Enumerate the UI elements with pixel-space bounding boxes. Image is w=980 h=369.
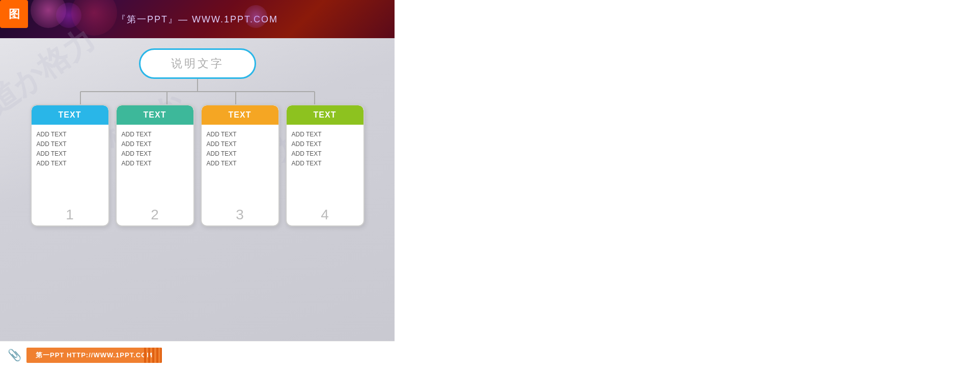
footer-bar: 📎 第一PPT HTTP://WWW.1PPT.COM xyxy=(0,341,395,369)
card-1-header: TEXT xyxy=(32,105,108,125)
card-4-line-3: ADD TEXT xyxy=(292,150,358,157)
tree-lines xyxy=(40,79,355,104)
card-2-line-1: ADD TEXT xyxy=(122,131,188,138)
card-3-body: ADD TEXT ADD TEXT ADD TEXT ADD TEXT xyxy=(202,125,278,203)
content-area: 说明文字 TEXT xyxy=(0,41,395,338)
paperclip-icon: 📎 xyxy=(8,349,21,362)
card-2-number: 2 xyxy=(117,203,193,225)
card-1-line-3: ADD TEXT xyxy=(37,150,103,157)
card-1-line-2: ADD TEXT xyxy=(37,140,103,148)
card-2-line-2: ADD TEXT xyxy=(122,140,188,148)
card-4-number: 4 xyxy=(287,203,363,225)
card-3-number: 3 xyxy=(202,203,278,225)
cards-row: TEXT ADD TEXT ADD TEXT ADD TEXT ADD TEXT… xyxy=(10,104,384,226)
card-2: TEXT ADD TEXT ADD TEXT ADD TEXT ADD TEXT… xyxy=(116,104,194,226)
footer-url-box: 第一PPT HTTP://WWW.1PPT.COM xyxy=(26,348,162,363)
card-4-body: ADD TEXT ADD TEXT ADD TEXT ADD TEXT xyxy=(287,125,363,203)
card-4-line-2: ADD TEXT xyxy=(292,140,358,148)
card-2-line-3: ADD TEXT xyxy=(122,150,188,157)
footer-url-text: 第一PPT HTTP://WWW.1PPT.COM xyxy=(36,351,153,359)
card-2-line-4: ADD TEXT xyxy=(122,160,188,167)
card-1-line-4: ADD TEXT xyxy=(37,160,103,167)
header-bar: 图 『第一PPT』— WWW.1PPT.COM xyxy=(0,0,395,38)
slide-panel: 图 『第一PPT』— WWW.1PPT.COM 道か格力 道か格力 格力か 说明… xyxy=(0,0,395,369)
card-2-header: TEXT xyxy=(117,105,193,125)
card-1-body: ADD TEXT ADD TEXT ADD TEXT ADD TEXT xyxy=(32,125,108,203)
card-4: TEXT ADD TEXT ADD TEXT ADD TEXT ADD TEXT… xyxy=(286,104,365,226)
card-1-line-1: ADD TEXT xyxy=(37,131,103,138)
card-4-line-1: ADD TEXT xyxy=(292,131,358,138)
card-1-number: 1 xyxy=(32,203,108,225)
card-3-line-2: ADD TEXT xyxy=(207,140,273,148)
card-4-header: TEXT xyxy=(287,105,363,125)
card-3: TEXT ADD TEXT ADD TEXT ADD TEXT ADD TEXT… xyxy=(201,104,279,226)
logo-box: 图 xyxy=(0,0,28,28)
root-label: 说明文字 xyxy=(171,57,224,70)
root-node: 说明文字 xyxy=(139,48,256,79)
card-3-line-4: ADD TEXT xyxy=(207,160,273,167)
card-4-line-4: ADD TEXT xyxy=(292,160,358,167)
card-3-header: TEXT xyxy=(202,105,278,125)
card-3-line-3: ADD TEXT xyxy=(207,150,273,157)
card-2-body: ADD TEXT ADD TEXT ADD TEXT ADD TEXT xyxy=(117,125,193,203)
right-panel xyxy=(395,0,980,369)
logo-text: 图 xyxy=(9,7,20,22)
card-1: TEXT ADD TEXT ADD TEXT ADD TEXT ADD TEXT… xyxy=(31,104,109,226)
tree-connector-svg xyxy=(40,79,355,104)
card-3-line-1: ADD TEXT xyxy=(207,131,273,138)
